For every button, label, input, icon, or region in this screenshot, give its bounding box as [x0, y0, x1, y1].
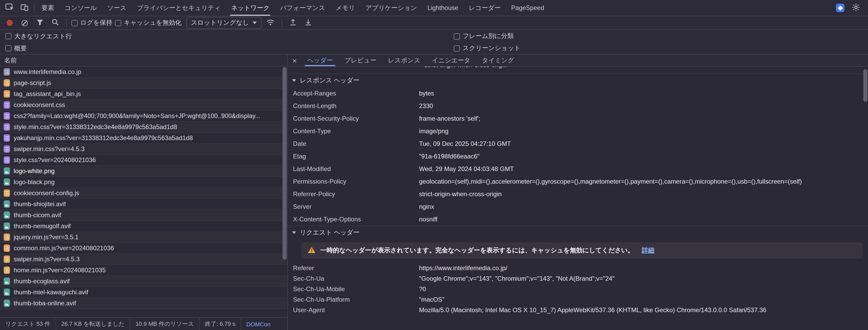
request-name: style.css?ver=202408021036: [14, 156, 96, 164]
network-request-row[interactable]: tag_assistant_api_bin.js: [0, 89, 287, 100]
section-title: リクエスト ヘッダー: [300, 228, 360, 237]
network-request-row[interactable]: page-script.js: [0, 78, 287, 89]
clear-button[interactable]: [19, 17, 31, 29]
header-name: Permissions-Policy: [288, 178, 419, 185]
network-request-row[interactable]: yakuhanjp.min.css?ver=31338312edc3e4e8a9…: [0, 133, 287, 144]
panel-tab-label: 要素: [41, 3, 54, 12]
header-row: User-Agent Mozilla/5.0 (Macintosh; Intel…: [288, 305, 868, 315]
disable-cache-checkbox[interactable]: キャッシュを無効化: [115, 19, 181, 27]
header-row: Sec-Ch-Ua-Mobile ?0: [288, 284, 868, 294]
panel-tab[interactable]: ソース: [102, 0, 131, 16]
extension-icon[interactable]: [836, 4, 844, 12]
header-name: Sec-Ch-Ua-Platform: [288, 296, 419, 303]
file-type-icon: [4, 90, 10, 98]
name-column-header[interactable]: 名前: [0, 55, 287, 67]
panel-tab-label: コンソール: [65, 3, 97, 12]
network-conditions-button[interactable]: [264, 17, 277, 29]
network-request-row[interactable]: home.min.js?ver=202408021035: [0, 265, 287, 276]
details-scrollbar[interactable]: [863, 67, 867, 329]
file-type-icon: [4, 112, 10, 120]
panel-tab[interactable]: 要素: [36, 0, 59, 16]
network-request-row[interactable]: cookieconsent.css: [0, 100, 287, 111]
network-request-row[interactable]: cookieconsent-config.js: [0, 188, 287, 199]
network-request-row[interactable]: css2?family=Lato:wght@400;700;900&family…: [0, 111, 287, 122]
response-headers-section[interactable]: レスポンス ヘッダー: [288, 73, 868, 87]
network-request-row[interactable]: thumb-cicom.avif: [0, 210, 287, 221]
network-request-row[interactable]: style.min.css?ver=31338312edc3e4e8a9979c…: [0, 122, 287, 133]
header-row: Last-Modified Wed, 29 May 2024 04:03:48 …: [288, 163, 868, 175]
panel-tab[interactable]: アプリケーション: [360, 0, 422, 16]
header-name: Content-Length: [288, 102, 419, 110]
header-value: strict-origin-when-cross-origin: [419, 191, 502, 198]
settings-gear-button[interactable]: [849, 2, 863, 14]
header-name: Etag: [288, 153, 419, 160]
file-type-icon: [4, 289, 10, 296]
big-request-rows-checkbox[interactable]: 大きなリクエスト行: [5, 32, 72, 41]
network-request-row[interactable]: swiper.min.css?ver=4.5.3: [0, 144, 287, 155]
network-request-row[interactable]: logo-white.png: [0, 166, 287, 177]
preserve-log-checkbox[interactable]: ログを保持: [71, 19, 112, 27]
header-row: Sec-Ch-Ua-Platform "macOS": [288, 294, 868, 305]
header-row: X-Content-Type-Options nosniff: [288, 213, 868, 226]
panel-tab[interactable]: コンソール: [59, 0, 102, 16]
network-request-row[interactable]: thumb-nemugolf.avif: [0, 221, 287, 232]
download-icon: [305, 19, 312, 27]
export-har-button[interactable]: [302, 17, 314, 29]
panel-tab[interactable]: ネットワーク: [226, 0, 275, 16]
network-request-row[interactable]: common.min.js?ver=202408021036: [0, 243, 287, 254]
header-name: Sec-Ch-Ua-Mobile: [288, 286, 419, 293]
panel-tab[interactable]: PageSpeed: [506, 0, 549, 16]
warning-details-link[interactable]: 詳細: [642, 246, 655, 255]
panel-tab[interactable]: レコーダー: [463, 0, 506, 16]
panel-tab[interactable]: メモリ: [330, 0, 360, 16]
network-request-row[interactable]: jquery.min.js?ver=3.5.1: [0, 232, 287, 243]
file-type-icon: [4, 167, 10, 175]
header-row: Content-Length 2330: [288, 100, 868, 112]
panel-tab[interactable]: プライバシーとセキュリティ: [131, 0, 226, 16]
details-tab[interactable]: イニシエータ: [426, 55, 476, 66]
scrollbar-thumb[interactable]: [863, 69, 867, 102]
header-row: Server nginx: [288, 200, 868, 213]
network-request-row[interactable]: logo-black.png: [0, 177, 287, 188]
network-request-row[interactable]: www.interlifemedia.co.jp: [0, 67, 287, 78]
devtools-window: 要素 コンソール ソース プライバシーとセキュリティ ネットワーク パフォーマン…: [0, 0, 868, 330]
throttling-select[interactable]: スロットリングなし: [186, 17, 261, 29]
request-headers-section[interactable]: リクエスト ヘッダー: [288, 226, 868, 239]
network-request-row[interactable]: thumb-ecoglass.avif: [0, 276, 287, 287]
checkbox-icon: [5, 33, 11, 39]
scrollbar-thumb[interactable]: [282, 67, 287, 259]
overview-checkbox[interactable]: 概要: [5, 44, 27, 53]
network-request-row[interactable]: style.css?ver=202408021036: [0, 155, 287, 166]
group-by-frame-checkbox[interactable]: フレーム別に分類: [454, 32, 514, 41]
file-type-icon: [4, 134, 10, 142]
inspect-element-button[interactable]: [3, 2, 16, 14]
left-scrollbar[interactable]: [282, 67, 287, 317]
network-request-row[interactable]: swiper.min.js?ver=4.5.3: [0, 254, 287, 265]
header-row: Permissions-Policy geolocation=(self),mi…: [288, 175, 868, 188]
panel-tab[interactable]: パフォーマンス: [275, 0, 330, 16]
details-tab[interactable]: レスポンス: [382, 55, 426, 66]
header-value: frame-ancestors 'self';: [419, 115, 480, 122]
details-tab-label: プレビュー: [344, 56, 376, 65]
device-toolbar-button[interactable]: [17, 2, 31, 14]
details-tabs: ヘッダー プレビュー レスポンス イニシエータ タイミング: [302, 55, 520, 66]
record-button[interactable]: [3, 17, 16, 29]
network-request-row[interactable]: thumb-miel-kawaguchi.avif: [0, 287, 287, 298]
network-request-row[interactable]: thumb-shiojitei.avif: [0, 199, 287, 210]
network-request-row[interactable]: thumb-toba-online.avif: [0, 298, 287, 309]
overview-label: 概要: [14, 44, 27, 53]
panel-tab[interactable]: Lighthouse: [422, 0, 463, 16]
panel-tab-label: ネットワーク: [231, 3, 270, 12]
search-button[interactable]: [49, 17, 61, 29]
details-tab[interactable]: タイミング: [476, 55, 520, 66]
screenshots-checkbox[interactable]: スクリーンショット: [454, 44, 521, 53]
import-har-button[interactable]: [287, 17, 299, 29]
file-type-icon: [4, 223, 10, 230]
header-value: 2330: [419, 102, 433, 110]
close-details-button[interactable]: ×: [288, 55, 302, 66]
request-name: www.interlifemedia.co.jp: [14, 68, 81, 75]
filter-button[interactable]: [34, 17, 46, 29]
panel-tab-label: ソース: [107, 3, 126, 12]
details-tab[interactable]: ヘッダー: [302, 55, 339, 66]
details-tab[interactable]: プレビュー: [339, 55, 382, 66]
